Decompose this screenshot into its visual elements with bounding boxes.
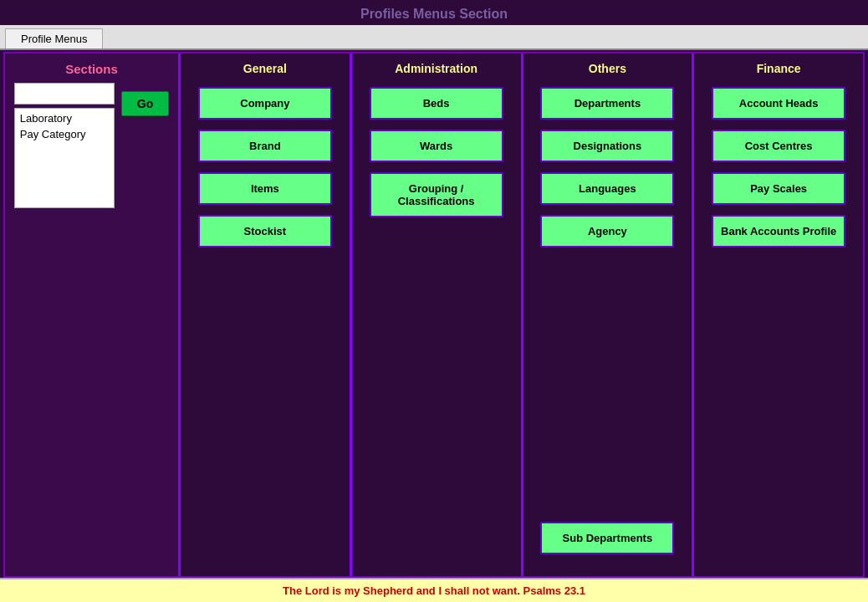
general-title: General — [243, 62, 287, 75]
cost-centres-button[interactable]: Cost Centres — [712, 130, 845, 162]
list-item[interactable]: Pay Category — [17, 126, 112, 142]
languages-button[interactable]: Languages — [540, 172, 674, 205]
wards-button[interactable]: Wards — [370, 130, 503, 162]
sections-list[interactable]: Laboratory Pay Category — [14, 108, 115, 208]
list-item[interactable]: Laboratory — [17, 110, 112, 126]
finance-title: Finance — [757, 62, 801, 75]
account-heads-button[interactable]: Account Heads — [712, 87, 845, 120]
administration-column: Administration Beds Wards Grouping / Cla… — [352, 54, 523, 576]
tab-profile-menus[interactable]: Profile Menus — [5, 28, 103, 48]
tab-bar: Profile Menus — [0, 25, 868, 50]
page-title: Profiles Menus Section — [0, 0, 868, 25]
agency-button[interactable]: Agency — [540, 215, 674, 247]
others-title: Others — [589, 62, 626, 75]
stockist-button[interactable]: Stockist — [198, 215, 332, 247]
brand-button[interactable]: Brand — [198, 130, 332, 162]
others-column: Others Departments Designations Language… — [523, 54, 695, 576]
beds-button[interactable]: Beds — [370, 87, 503, 120]
departments-button[interactable]: Departments — [540, 87, 674, 120]
pay-scales-button[interactable]: Pay Scales — [712, 172, 845, 205]
items-button[interactable]: Items — [198, 172, 332, 205]
sections-title: Sections — [65, 62, 118, 76]
sections-search-input[interactable] — [14, 83, 115, 105]
grouping-classifications-button[interactable]: Grouping / Classifications — [370, 172, 503, 217]
finance-column: Finance Account Heads Cost Centres Pay S… — [694, 54, 863, 576]
columns-area: General Company Brand Items Stockist Adm… — [181, 54, 863, 576]
general-column: General Company Brand Items Stockist — [181, 54, 352, 576]
sections-panel: Sections Laboratory Pay Category Go — [5, 54, 181, 576]
sections-listbox-area: Laboratory Pay Category — [14, 83, 115, 208]
go-button[interactable]: Go — [121, 91, 169, 116]
main-area: Sections Laboratory Pay Category Go Gene… — [3, 52, 865, 578]
designations-button[interactable]: Designations — [540, 130, 674, 162]
administration-title: Administration — [395, 62, 477, 75]
status-bar: The Lord is my Shepherd and I shall not … — [0, 578, 868, 602]
company-button[interactable]: Company — [198, 87, 332, 120]
bank-accounts-profile-button[interactable]: Bank Accounts Profile — [712, 215, 845, 247]
sub-departments-button[interactable]: Sub Departments — [540, 522, 674, 554]
